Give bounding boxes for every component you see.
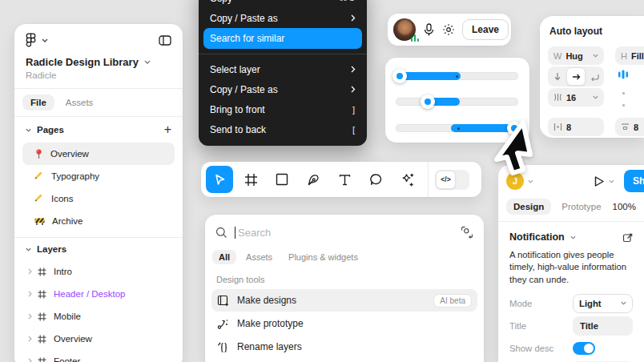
page-item-icons[interactable]: Icons (22, 187, 175, 210)
share-button[interactable]: Share (624, 170, 644, 192)
action-item-rename-layers[interactable]: Rename layers (211, 336, 477, 358)
actions-search-panel: Search All Assets Plugins & widgets Desi… (205, 215, 484, 362)
menu-item-bring-to-front[interactable]: Bring to front ] (199, 99, 367, 119)
tab-prototype[interactable]: Prototype (554, 199, 608, 215)
action-item-make-prototype[interactable]: Make prototype (211, 312, 477, 335)
visual-search-icon[interactable] (461, 226, 473, 239)
figma-menu-button[interactable] (26, 33, 48, 47)
slider-fill (451, 124, 516, 132)
chevron-down-icon (621, 301, 626, 305)
collapse-sidebar-icon[interactable] (159, 35, 171, 46)
width-sizing-dropdown[interactable]: W Hug (548, 46, 604, 65)
slider-handle[interactable] (507, 121, 521, 135)
direction-vertical-button[interactable] (549, 67, 566, 86)
page-item-overview[interactable]: Overview (22, 143, 175, 165)
menu-item-select-layer[interactable]: Select layer (199, 59, 367, 79)
action-item-make-designs[interactable]: Make designs AI beta (211, 289, 477, 312)
chevron-right-icon[interactable] (28, 336, 32, 342)
leave-button[interactable]: Leave (462, 19, 509, 40)
direction-wrap-button[interactable] (586, 67, 603, 86)
tab-assets[interactable]: Assets (58, 95, 102, 111)
horizontal-padding-input[interactable]: 8 (548, 118, 604, 136)
add-page-button[interactable]: + (164, 123, 171, 136)
layer-item-header-desktop[interactable]: Header / Desktop (14, 283, 183, 305)
chevron-down-icon[interactable] (609, 179, 614, 183)
align-dot[interactable] (622, 92, 625, 95)
chevron-down-icon[interactable] (26, 247, 31, 251)
search-placeholder: Search (238, 227, 271, 239)
page-item-archive[interactable]: Archive (22, 210, 175, 232)
edit-component-icon[interactable] (622, 232, 633, 243)
microphone-icon[interactable] (423, 23, 435, 37)
menu-item-search-for-similar[interactable]: Search for similar (203, 28, 362, 49)
slider[interactable] (396, 72, 518, 80)
text-tool-button[interactable] (331, 166, 358, 193)
chevron-down-icon (144, 60, 151, 64)
title-input[interactable]: Title (573, 316, 633, 336)
layer-item-intro[interactable]: Intro (14, 260, 183, 283)
make-prototype-icon (217, 318, 229, 330)
layer-item-footer[interactable]: Footer (14, 350, 183, 362)
figma-logo-icon (26, 33, 36, 47)
component-description: A notification gives people timely, high… (498, 249, 644, 294)
project-name: Radicle (14, 69, 183, 88)
make-designs-icon (217, 295, 229, 307)
dev-mode-toggle[interactable]: </> (435, 170, 469, 190)
voice-call-panel: Leave (388, 14, 511, 46)
mode-dropdown[interactable]: Light (573, 294, 633, 313)
rectangle-tool-button[interactable] (268, 166, 296, 193)
align-dot[interactable] (622, 104, 625, 107)
menu-item-copy-paste-as[interactable]: Copy / Paste as (199, 8, 367, 28)
menu-item-copy-paste-as-2[interactable]: Copy / Paste as (199, 79, 367, 99)
action-item-replace-content[interactable]: Replace content (211, 359, 477, 362)
vertical-padding-input[interactable]: 8 (615, 118, 644, 136)
file-title: Radicle Design Library (26, 56, 139, 68)
shortcut-label: ⌃⌘C (331, 0, 356, 3)
layer-item-mobile[interactable]: Mobile (14, 305, 183, 328)
search-input[interactable]: Search (205, 215, 484, 250)
zoom-level[interactable]: 100% (613, 202, 638, 211)
direction-horizontal-button[interactable] (566, 67, 586, 86)
library-panel: Radicle Design Library Radicle File Asse… (14, 24, 183, 362)
actions-tool-button[interactable] (393, 166, 421, 193)
avatar[interactable] (393, 18, 416, 41)
slider[interactable] (396, 124, 518, 132)
settings-gear-icon[interactable] (442, 23, 455, 36)
comment-tool-button[interactable] (362, 166, 389, 193)
frame-icon (38, 312, 46, 321)
align-items-icon[interactable] (618, 69, 629, 80)
present-play-icon[interactable] (592, 175, 606, 188)
move-tool-button[interactable] (206, 166, 233, 193)
search-tab-assets[interactable]: Assets (239, 250, 279, 264)
pin-icon (34, 149, 43, 159)
pen-tool-button[interactable] (300, 166, 327, 193)
page-item-typography[interactable]: Typography (22, 165, 175, 187)
chevron-right-icon[interactable] (28, 358, 32, 362)
slider-marker (457, 127, 460, 130)
component-title: Notification (509, 231, 565, 243)
tab-design[interactable]: Design (506, 199, 551, 215)
search-tab-plugins[interactable]: Plugins & widgets (282, 250, 364, 264)
layer-item-overview[interactable]: Overview (14, 328, 183, 350)
menu-item-copy[interactable]: Copy ⌃⌘C (199, 0, 367, 8)
horizontal-padding-icon (553, 123, 562, 131)
tab-file[interactable]: File (22, 95, 54, 111)
frame-tool-button[interactable] (237, 166, 264, 193)
search-tab-all[interactable]: All (212, 250, 236, 264)
slider[interactable] (396, 98, 518, 106)
user-avatar[interactable]: J (506, 172, 524, 190)
chevron-down-icon[interactable] (570, 235, 576, 239)
gap-input[interactable]: 16 (548, 88, 604, 107)
show-desc-toggle[interactable] (573, 342, 595, 355)
chevron-down-icon[interactable] (528, 179, 533, 183)
height-sizing-dropdown[interactable]: H Fill (615, 46, 644, 65)
chevron-right-icon[interactable] (28, 291, 32, 297)
chevron-down-icon[interactable] (26, 128, 31, 132)
chevron-right-icon[interactable] (28, 268, 32, 275)
dev-mode-knob[interactable]: </> (436, 171, 456, 189)
file-title-row[interactable]: Radicle Design Library (14, 47, 183, 69)
slider-handle[interactable] (421, 95, 435, 109)
slider-handle[interactable] (392, 69, 407, 83)
chevron-right-icon[interactable] (28, 313, 32, 320)
menu-item-send-to-back[interactable]: Send to back [ (199, 119, 367, 139)
